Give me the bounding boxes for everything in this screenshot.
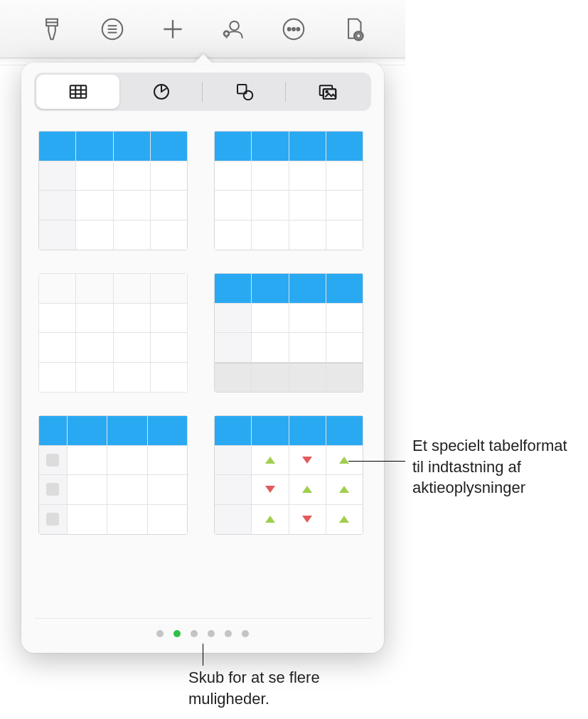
table-style-option[interactable] bbox=[38, 415, 188, 535]
page-dot[interactable] bbox=[173, 630, 181, 637]
callout-pager: Skub for at se flere muligheder. bbox=[188, 667, 373, 709]
tab-charts[interactable] bbox=[119, 75, 203, 109]
table-icon bbox=[68, 81, 89, 102]
insert-button[interactable] bbox=[158, 14, 188, 44]
svg-point-5 bbox=[292, 28, 295, 31]
tab-media[interactable] bbox=[286, 75, 369, 109]
format-brush-button[interactable] bbox=[37, 14, 67, 44]
main-toolbar bbox=[0, 0, 405, 58]
insert-plus-icon bbox=[159, 16, 186, 43]
callout-line bbox=[348, 461, 405, 462]
svg-point-4 bbox=[287, 28, 290, 31]
stock-up-icon bbox=[265, 457, 275, 464]
table-style-option[interactable] bbox=[38, 131, 188, 250]
checkbox-icon bbox=[46, 513, 59, 526]
page-dot[interactable] bbox=[208, 630, 215, 637]
list-icon bbox=[99, 16, 126, 43]
tab-shapes[interactable] bbox=[203, 75, 286, 109]
stock-down-icon bbox=[265, 486, 275, 493]
shapes-icon bbox=[234, 81, 255, 102]
stock-down-icon bbox=[302, 457, 312, 464]
collaborate-button[interactable] bbox=[218, 14, 248, 44]
pager-dots[interactable] bbox=[34, 618, 371, 637]
svg-point-1 bbox=[230, 21, 239, 30]
table-style-option[interactable] bbox=[214, 273, 363, 393]
stock-up-icon bbox=[339, 457, 349, 464]
document-settings-icon bbox=[341, 16, 368, 43]
stock-up-icon bbox=[339, 516, 349, 523]
table-style-stocks[interactable] bbox=[214, 415, 363, 535]
table-style-option[interactable] bbox=[214, 131, 363, 250]
page-dot[interactable] bbox=[156, 630, 164, 637]
stock-up-icon bbox=[339, 486, 349, 493]
page-dot[interactable] bbox=[191, 630, 198, 637]
stock-up-icon bbox=[302, 486, 312, 493]
stock-up-icon bbox=[265, 516, 275, 523]
list-button[interactable] bbox=[97, 14, 127, 44]
svg-point-6 bbox=[296, 28, 299, 31]
svg-point-17 bbox=[326, 91, 328, 93]
insert-popover bbox=[21, 63, 384, 653]
callout-stock-table: Et specielt tabelformat til indtastning … bbox=[412, 435, 576, 499]
insert-category-segmented bbox=[34, 73, 371, 111]
svg-rect-10 bbox=[70, 85, 86, 98]
document-settings-button[interactable] bbox=[339, 14, 369, 44]
media-icon bbox=[317, 81, 338, 102]
more-icon bbox=[280, 16, 307, 43]
stock-down-icon bbox=[302, 516, 312, 523]
callout-line bbox=[203, 665, 203, 666]
svg-point-13 bbox=[243, 91, 252, 100]
format-brush-icon bbox=[38, 16, 65, 43]
checkbox-icon bbox=[46, 483, 59, 496]
more-button[interactable] bbox=[279, 14, 309, 44]
table-styles-grid bbox=[34, 131, 371, 535]
chart-icon bbox=[151, 81, 172, 102]
page-dot[interactable] bbox=[225, 630, 232, 637]
callout-line bbox=[203, 644, 203, 665]
tab-tables[interactable] bbox=[36, 75, 119, 109]
checkbox-icon bbox=[46, 454, 59, 467]
table-style-option[interactable] bbox=[38, 273, 188, 393]
page-dot[interactable] bbox=[242, 630, 249, 637]
collaborate-icon bbox=[220, 16, 247, 43]
